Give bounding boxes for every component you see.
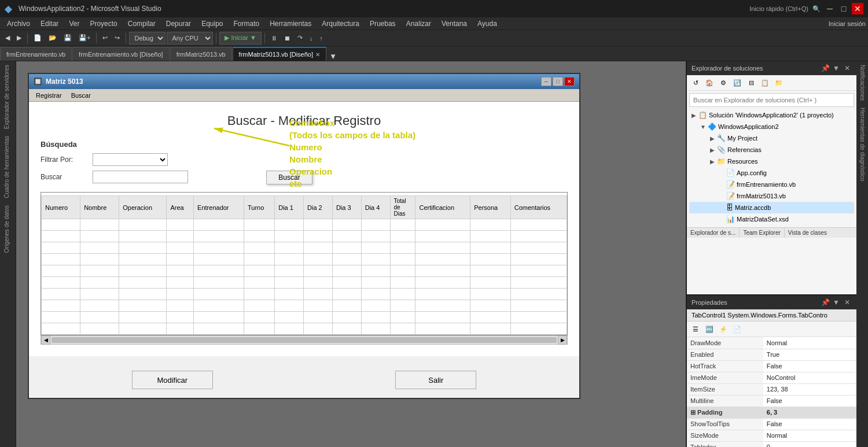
table-row[interactable] [42, 323, 567, 335]
open-btn[interactable]: 📂 [46, 32, 60, 45]
scroll-left-btn[interactable]: ◀ [41, 335, 50, 345]
prop-padding-value[interactable]: 6, 3 [763, 407, 856, 418]
prop-hottrack-value[interactable]: False [763, 360, 856, 372]
form-menu-buscar[interactable]: Buscar [67, 91, 95, 100]
expand-refs-icon[interactable]: ▶ [708, 145, 717, 154]
tab-explorer[interactable]: Explorador de s... [687, 228, 740, 238]
se-search-input[interactable] [689, 93, 854, 107]
expand-myproject-icon[interactable]: ▶ [708, 134, 717, 143]
menu-arquitectura[interactable]: Arquitectura [317, 19, 364, 29]
prop-hottrack[interactable]: HotTrack False [687, 360, 856, 372]
herramientas-label[interactable]: Herramientas de diagnóstico [856, 104, 868, 184]
prop-sizemode[interactable]: SizeMode Normal [687, 430, 856, 441]
se-refresh-btn[interactable]: ↺ [689, 76, 702, 89]
props-pin-icon[interactable]: 📌 [821, 298, 830, 307]
grid-scrollbar[interactable]: ◀ ▶ [41, 335, 568, 345]
buscar-popup-btn[interactable]: Buscar [267, 171, 312, 184]
se-close-icon[interactable]: ✕ [843, 64, 852, 73]
menu-compilar[interactable]: Compilar [123, 19, 160, 29]
toolbox-label[interactable]: Cuadro de herramientas [0, 132, 16, 202]
props-menu-icon[interactable]: ▼ [832, 298, 841, 307]
tab-frmentrenamiento-vb[interactable]: frmEntrenamiento.vb [0, 47, 72, 61]
props-property-pages-btn[interactable]: 📄 [731, 323, 744, 335]
cpu-select[interactable]: Any CPU [167, 32, 213, 45]
signin-link[interactable]: Iniciar sesión [829, 20, 866, 27]
table-row[interactable] [42, 277, 567, 289]
table-row[interactable] [42, 265, 567, 277]
table-row[interactable] [42, 312, 567, 323]
menu-depurar[interactable]: Depurar [161, 19, 196, 29]
save-btn[interactable]: 💾 [61, 32, 75, 45]
se-settings-btn[interactable]: ⚙ [717, 76, 730, 89]
menu-formato[interactable]: Formato [229, 19, 264, 29]
menu-analizar[interactable]: Analizar [402, 19, 436, 29]
form-minimize-btn[interactable]: ─ [541, 77, 551, 86]
se-show-files-btn[interactable]: 📁 [773, 76, 785, 89]
table-row[interactable] [42, 254, 567, 265]
stop-btn[interactable]: ⏹ [281, 32, 293, 45]
tree-solution[interactable]: ▶ 📋 Solución 'WindowsApplication2' (1 pr… [689, 109, 854, 121]
prop-itemsize[interactable]: ItemSize 123, 38 [687, 383, 856, 395]
tree-matriz-accdb[interactable]: 🗄 Matriz.accdb [689, 202, 854, 213]
prop-tabindex[interactable]: TabIndex 0 [687, 441, 856, 447]
notifications-label[interactable]: Notificaciones [856, 61, 868, 104]
menu-editar[interactable]: Editar [36, 19, 63, 29]
save-all-btn[interactable]: 💾+ [76, 32, 93, 45]
table-row[interactable] [42, 242, 567, 254]
prop-drawmode[interactable]: DrawMode Normal [687, 337, 856, 349]
prop-itemsize-value[interactable]: 123, 38 [763, 383, 856, 395]
data-grid-wrapper[interactable]: Numero Nombre Operacion Area Entrenador … [41, 192, 568, 335]
step-over-btn[interactable]: ↷ [295, 32, 306, 45]
modificar-btn[interactable]: Modificar [132, 371, 213, 389]
se-collapseall-btn[interactable]: ⊟ [745, 76, 757, 89]
prop-drawmode-value[interactable]: Normal [763, 337, 856, 349]
tree-frmmatriz[interactable]: 📝 frmMatriz5013.vb [689, 190, 854, 202]
maximize-btn[interactable]: □ [838, 3, 849, 14]
search-box-top[interactable]: Inicio rápido (Ctrl+Q) 🔍 [749, 5, 821, 13]
prop-padding-expand[interactable]: ⊞ Padding [687, 407, 763, 418]
menu-ayuda[interactable]: Ayuda [473, 19, 502, 29]
data-sources-label[interactable]: Orígenes de datos [0, 202, 16, 256]
menu-equipo[interactable]: Equipo [197, 19, 227, 29]
tree-project[interactable]: ▼ 🔷 WindowsApplication2 [689, 121, 854, 132]
debug-config-select[interactable]: Debug [129, 32, 165, 45]
props-events-btn[interactable]: ⚡ [717, 323, 730, 335]
se-filter-btn[interactable]: 🔃 [731, 76, 744, 89]
menu-ver[interactable]: Ver [64, 19, 84, 29]
minimize-btn[interactable]: ─ [824, 3, 836, 14]
table-row[interactable] [42, 300, 567, 312]
close-tab-icon[interactable]: ✕ [315, 51, 320, 58]
prop-enabled[interactable]: Enabled True [687, 349, 856, 360]
table-row[interactable] [42, 289, 567, 300]
menu-archivo[interactable]: Archivo [2, 19, 35, 29]
table-row[interactable] [42, 219, 567, 231]
prop-sizemode-value[interactable]: Normal [763, 430, 856, 441]
prop-showtooltips-value[interactable]: False [763, 418, 856, 430]
undo-btn[interactable]: ↩ [100, 32, 111, 45]
se-properties-btn[interactable]: 📋 [759, 76, 771, 89]
tab-frmmatriz-design[interactable]: frmMatriz5013.vb [Diseño] ✕ [233, 47, 326, 61]
props-close-icon[interactable]: ✕ [843, 298, 852, 307]
menu-ventana[interactable]: Ventana [437, 19, 472, 29]
prop-showtooltips[interactable]: ShowToolTips False [687, 418, 856, 430]
prop-enabled-value[interactable]: True [763, 349, 856, 360]
scroll-right-btn[interactable]: ▶ [558, 335, 567, 345]
tree-dataset[interactable]: 📊 MatrizDataSet.xsd [689, 213, 854, 225]
prop-multiline-value[interactable]: False [763, 395, 856, 407]
form-menu-registrar[interactable]: Registrar [31, 91, 67, 100]
expand-resources-icon[interactable]: ▶ [708, 157, 717, 166]
se-home-btn[interactable]: 🏠 [703, 76, 716, 89]
server-explorer-label[interactable]: Explorador de servidores [0, 61, 16, 132]
scroll-thumb[interactable] [52, 337, 557, 343]
tree-frmentrenamiento[interactable]: 📝 frmEntrenamiento.vb [689, 179, 854, 190]
back-btn[interactable]: ◀ [2, 32, 13, 45]
prop-multiline[interactable]: Multiline False [687, 395, 856, 407]
tab-frmmatriz-vb[interactable]: frmMatriz5013.vb [170, 47, 232, 61]
close-btn[interactable]: ✕ [852, 3, 863, 14]
forward-btn[interactable]: ▶ [14, 32, 24, 45]
prop-imemode-value[interactable]: NoControl [763, 372, 856, 383]
expand-project-icon[interactable]: ▼ [698, 122, 708, 131]
pause-btn[interactable]: ⏸ [268, 32, 280, 45]
prop-tabindex-value[interactable]: 0 [763, 441, 856, 447]
new-project-btn[interactable]: 📄 [31, 32, 45, 45]
